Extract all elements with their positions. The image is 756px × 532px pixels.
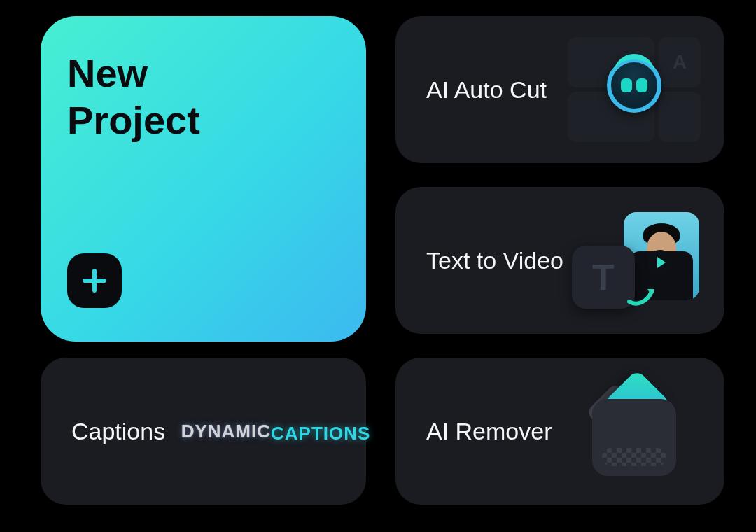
ai-remover-art [568, 379, 701, 484]
ai-remover-label: AI Remover [426, 418, 552, 445]
ai-bot-icon [607, 58, 662, 113]
new-project-title-line2: Project [67, 97, 340, 144]
home-tiles: New Project AI Auto Cut A Text to Video [0, 0, 756, 532]
new-project-tile[interactable]: New Project [41, 16, 366, 342]
ai-auto-cut-art: A [568, 37, 701, 142]
play-icon [648, 250, 673, 275]
captions-art-line2: CAPTIONS [271, 423, 370, 444]
text-to-video-label: Text to Video [426, 247, 564, 274]
captions-label: Captions [71, 418, 165, 445]
filmstrip-icon [659, 92, 701, 142]
new-project-title-line1: New [67, 50, 340, 97]
arrow-icon [626, 282, 657, 307]
captions-tile[interactable]: Captions DYNAMIC CAPTIONS [41, 358, 366, 505]
captions-art: DYNAMIC CAPTIONS [209, 379, 342, 484]
new-project-title: New Project [67, 50, 340, 144]
ai-auto-cut-tile[interactable]: AI Auto Cut A [396, 16, 724, 163]
letter-a-icon: A [659, 37, 701, 88]
eraser-base-icon [592, 399, 676, 476]
plus-icon [67, 253, 122, 308]
text-t-icon: T [572, 246, 635, 309]
ai-remover-tile[interactable]: AI Remover [396, 358, 724, 505]
ai-auto-cut-label: AI Auto Cut [426, 76, 547, 104]
text-to-video-art: T [568, 208, 701, 313]
text-to-video-tile[interactable]: Text to Video T [396, 187, 724, 334]
captions-art-line1: DYNAMIC [181, 421, 271, 442]
